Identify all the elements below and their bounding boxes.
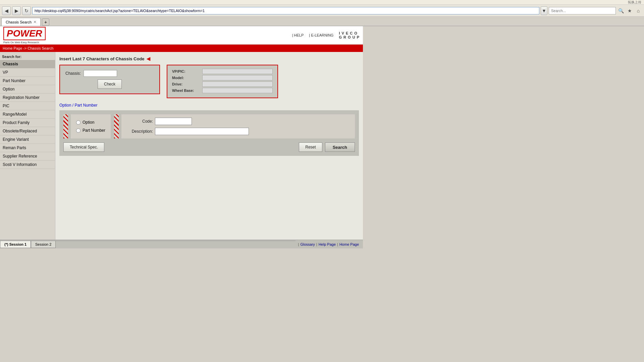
stripe-decoration-right bbox=[114, 114, 119, 138]
sidebar-item-sosti-v-info[interactable]: Sosti V Information bbox=[0, 161, 55, 169]
browser-search-input[interactable] bbox=[549, 7, 616, 14]
reset-button[interactable]: Reset bbox=[299, 142, 322, 152]
sidebar-item-range-model[interactable]: Range/Model bbox=[0, 110, 55, 119]
forward-button[interactable]: ▶ bbox=[12, 6, 21, 15]
footer-links: | Glossary | Help Page | Home Page bbox=[296, 242, 363, 246]
search-go-icon[interactable]: 🔍 bbox=[617, 7, 625, 14]
main-content: Insert Last 7 Characters of Chassis Code… bbox=[55, 52, 363, 240]
part-number-link[interactable]: Part Number bbox=[74, 103, 97, 108]
description-row: Description: bbox=[126, 128, 350, 135]
tab-close-button[interactable]: ✕ bbox=[34, 20, 36, 24]
reload-button[interactable]: ↻ bbox=[22, 6, 31, 15]
sidebar-item-part-number[interactable]: Part Number bbox=[0, 77, 55, 85]
option-part-title: Option / Part Number bbox=[59, 103, 359, 108]
sidebar-item-supplier-reference[interactable]: Supplier Reference bbox=[0, 152, 55, 161]
model-value bbox=[202, 75, 273, 80]
drive-label: Drive: bbox=[172, 82, 202, 86]
technical-spec-button[interactable]: Technical Spec. bbox=[63, 142, 104, 152]
session1-tab[interactable]: (*) Session 1 bbox=[0, 241, 31, 248]
sidebar-item-engine-variant[interactable]: Engine Variant bbox=[0, 135, 55, 144]
app-header: POWER Parts On Web Easy Research | HELP … bbox=[0, 26, 363, 45]
code-input[interactable] bbox=[155, 118, 192, 125]
logo-power: POWER bbox=[3, 27, 46, 40]
star-icon[interactable]: ★ bbox=[626, 7, 633, 14]
code-row: Code: bbox=[126, 118, 350, 125]
stripe-decoration-left bbox=[63, 114, 68, 138]
sidebar-item-obsolete-replaced[interactable]: Obsolete/Replaced bbox=[0, 127, 55, 135]
address-go-button[interactable]: ▼ bbox=[541, 6, 547, 15]
chassis-input[interactable] bbox=[84, 70, 117, 77]
chassis-input-section: Chassis: Check bbox=[59, 65, 160, 94]
vp-pic-value bbox=[202, 69, 273, 74]
triangle-icon: ◀ bbox=[147, 56, 150, 61]
help-link[interactable]: | HELP bbox=[292, 33, 304, 37]
session-footer: (*) Session 1 Session 2 | Glossary | Hel… bbox=[0, 240, 363, 248]
info-panel: VP/PIC: Model: Drive: Wheel Base: bbox=[167, 65, 278, 98]
sidebar-item-pic[interactable]: PIC bbox=[0, 102, 55, 110]
back-button[interactable]: ◀ bbox=[2, 6, 11, 15]
glossary-link[interactable]: Glossary bbox=[299, 242, 316, 246]
action-buttons: Technical Spec. Reset Search bbox=[63, 142, 355, 152]
check-button[interactable]: Check bbox=[98, 79, 122, 89]
home-nav-icon[interactable]: ⌂ bbox=[635, 7, 642, 14]
top-inputs-area: Chassis: Check VP/PIC: Model: bbox=[59, 65, 359, 98]
iveco-group-logo: I V E C OG R O U P bbox=[339, 31, 360, 39]
sidebar: Search for: Chassis VP Part Number Optio… bbox=[0, 52, 55, 240]
breadcrumb: Home Page -> Chassis Search bbox=[0, 45, 363, 52]
option-link[interactable]: Option bbox=[59, 103, 71, 108]
browser-toolbar: ◀ ▶ ↻ ▼ 🔍 ★ ⌂ bbox=[0, 5, 644, 17]
elearning-link[interactable]: | E-LEARNING bbox=[309, 33, 333, 37]
option-part-container: Option Part Number bbox=[59, 110, 359, 156]
logo-subtext: Parts On Web Easy Research bbox=[3, 41, 46, 44]
description-field-label: Description: bbox=[126, 129, 153, 134]
option-radio[interactable] bbox=[76, 120, 80, 125]
new-tab-button[interactable]: + bbox=[42, 18, 49, 26]
sidebar-item-option[interactable]: Option bbox=[0, 85, 55, 94]
part-number-radio-row: Part Number bbox=[76, 128, 105, 133]
wheel-base-value bbox=[202, 88, 273, 93]
session-spacer bbox=[56, 241, 295, 248]
wheel-base-label: Wheel Base: bbox=[172, 88, 202, 93]
chassis-search-tab[interactable]: Chassis Search ✕ bbox=[1, 18, 41, 26]
search-button[interactable]: Search bbox=[325, 142, 355, 152]
session2-tab[interactable]: Session 2 bbox=[31, 241, 56, 248]
model-label: Model: bbox=[172, 76, 202, 80]
tab-bar: Chassis Search ✕ + bbox=[0, 17, 644, 26]
main-layout: Search for: Chassis VP Part Number Optio… bbox=[0, 52, 363, 240]
option-radio-row: Option bbox=[76, 120, 105, 125]
vp-pic-label: VP/PIC: bbox=[172, 69, 202, 73]
address-bar[interactable] bbox=[32, 7, 539, 14]
sidebar-item-registration-number[interactable]: Registration Number bbox=[0, 94, 55, 102]
chassis-field-label: Chassis: bbox=[65, 71, 81, 76]
browser-top-bar: 拓换上传 bbox=[0, 0, 644, 5]
code-field-label: Code: bbox=[126, 119, 153, 124]
home-page-link[interactable]: Home Page bbox=[338, 242, 360, 246]
part-number-radio[interactable] bbox=[76, 128, 80, 133]
content-title: Insert Last 7 Characters of Chassis Code… bbox=[59, 56, 359, 61]
part-number-radio-label: Part Number bbox=[83, 128, 105, 133]
sidebar-item-chassis[interactable]: Chassis bbox=[0, 60, 55, 68]
sidebar-item-vp[interactable]: VP bbox=[0, 68, 55, 77]
header-right: | HELP | E-LEARNING I V E C OG R O U P bbox=[292, 31, 360, 39]
tab-title: Chassis Search bbox=[6, 20, 32, 24]
sidebar-search-label: Search for: bbox=[0, 52, 55, 60]
logo-area: POWER Parts On Web Easy Research bbox=[3, 27, 46, 44]
sidebar-item-product-family[interactable]: Product Family bbox=[0, 119, 55, 127]
sidebar-item-reman-parts[interactable]: Reman Parts bbox=[0, 144, 55, 152]
action-right-buttons: Reset Search bbox=[299, 142, 355, 152]
description-input[interactable] bbox=[155, 128, 249, 135]
drive-value bbox=[202, 81, 273, 87]
help-page-link[interactable]: Help Page bbox=[317, 242, 337, 246]
option-radio-label: Option bbox=[83, 120, 94, 125]
